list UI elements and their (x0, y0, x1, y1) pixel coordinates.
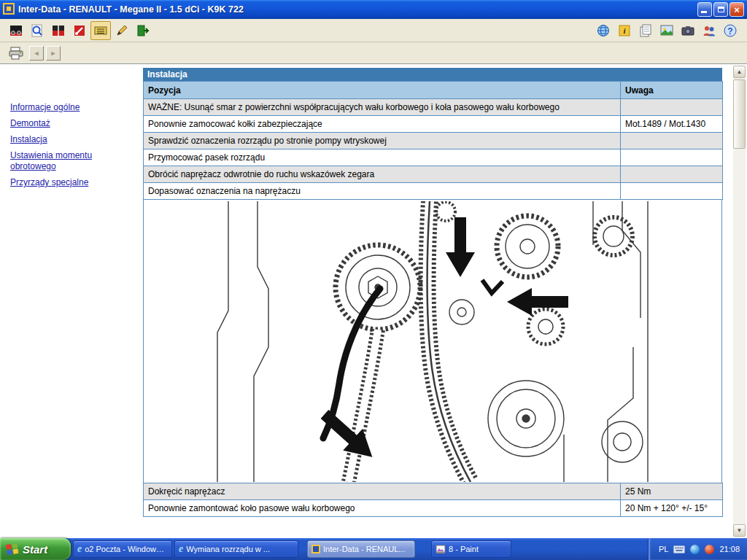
scroll-down-icon: ▼ (737, 527, 743, 534)
scroll-up-icon: ▲ (737, 69, 743, 75)
svg-text:?: ? (727, 26, 732, 36)
sidebar-item-informacje-ogolne[interactable]: Informacje ogólne (10, 102, 127, 113)
close-icon: × (734, 5, 740, 15)
inter-data-icon (311, 545, 320, 553)
start-button[interactable]: Start (0, 538, 71, 560)
images-button[interactable] (657, 21, 677, 40)
down-arrow-marker (446, 217, 475, 277)
repair-times-icon (72, 23, 87, 38)
camera-button[interactable] (678, 21, 698, 40)
sidebar-item-instalacja[interactable]: Instalacja (10, 134, 127, 145)
search-icon (30, 23, 44, 38)
title-bar: Inter-Data - RENAULT - Megane II - 1.5 d… (0, 0, 747, 19)
scroll-up-button[interactable]: ▲ (733, 66, 746, 78)
help-icon: ? (723, 23, 738, 38)
cell-pozycja: WAŻNE: Usunąć smar z powierzchni współpr… (144, 99, 621, 116)
table-row: Ponownie zamocować kołki zabezpieczające… (144, 116, 723, 133)
service-data-button[interactable] (90, 21, 111, 40)
forward-button[interactable]: ► (46, 46, 61, 61)
main-area: Informacje ogólne Demontaż Instalacja Us… (0, 64, 747, 538)
internet-explorer-icon: e (77, 544, 82, 554)
paint-icon (436, 544, 446, 554)
alignment-mark (482, 280, 503, 293)
cell-uwaga (621, 183, 723, 200)
section-header: Instalacja (143, 68, 722, 81)
print-button[interactable] (6, 44, 26, 63)
search-button[interactable] (27, 21, 47, 40)
language-indicator[interactable]: PL (659, 545, 668, 553)
cell-pozycja: Ponownie zamocować kołki zabezpieczające (144, 116, 621, 133)
table-row: Ponownie zamontować koło pasowe wału kor… (144, 500, 723, 517)
taskbar-item-label: o2 Poczta - Windows ... (85, 545, 168, 553)
taskbar-item-label: Wymiana rozrządu w ... (186, 545, 270, 553)
pencil-icon (115, 23, 129, 38)
timing-belt-diagram (143, 200, 722, 483)
cell-uwaga: Mot.1489 / Mot.1430 (621, 116, 723, 133)
taskbar-item-label: Inter-Data - RENAUL... (323, 545, 405, 553)
cell-pozycja: Dopasować oznaczenia na naprężaczu (144, 183, 621, 200)
table-row: Sprawdzić oznaczenia rozrządu po stronie… (144, 133, 723, 149)
sidebar-item-demontaz[interactable]: Demontaż (10, 118, 127, 129)
table-row: Przymocować pasek rozrządu (144, 149, 723, 166)
column-header-uwaga: Uwaga (621, 82, 723, 99)
taskbar-item-paint[interactable]: 8 - Paint (431, 540, 511, 558)
cell-pozycja: Obrócić naprężacz odwrotnie do ruchu wsk… (144, 166, 621, 183)
exit-button[interactable] (133, 21, 153, 40)
navigation-toolbar: ◄ ► (0, 43, 747, 64)
cell-uwaga: 20 Nm + 120° +/- 15° (621, 500, 723, 517)
app-icon (3, 3, 15, 17)
vertical-scrollbar[interactable]: ▲ ▼ (733, 66, 746, 537)
image-icon (659, 23, 674, 38)
back-button[interactable]: ◄ (29, 46, 44, 61)
exit-icon (136, 23, 150, 38)
cell-uwaga (621, 133, 723, 149)
contacts-button[interactable] (699, 21, 719, 40)
cell-uwaga: 25 Nm (621, 483, 723, 500)
content-panel: Instalacja Pozycja Uwaga WAŻNE: Usunąć s… (143, 68, 722, 517)
minimize-button[interactable] (697, 2, 712, 17)
taskbar-item-inter-data[interactable]: Inter-Data - RENAUL... (307, 540, 415, 558)
vehicle-data-icon (9, 23, 23, 38)
keyboard-icon[interactable] (673, 545, 685, 553)
close-button[interactable]: × (729, 2, 744, 17)
manuals-button[interactable] (48, 21, 69, 40)
cell-uwaga (621, 166, 723, 183)
globe-icon (596, 23, 611, 38)
notes-button[interactable] (112, 21, 132, 40)
cell-pozycja: Przymocować pasek rozrządu (144, 149, 621, 166)
info-icon: i (617, 23, 632, 38)
application-window: Inter-Data - RENAULT - Megane II - 1.5 d… (0, 0, 747, 560)
procedure-table: Pozycja Uwaga WAŻNE: Usunąć smar z powie… (143, 81, 723, 200)
table-header-row: Pozycja Uwaga (144, 82, 723, 99)
windows-logo-icon (6, 543, 19, 555)
scroll-down-button[interactable]: ▼ (733, 524, 746, 537)
documents-button[interactable] (635, 21, 656, 40)
printer-icon (8, 47, 24, 60)
cell-pozycja: Ponownie zamontować koło pasowe wału kor… (144, 500, 621, 517)
window-title: Inter-Data - RENAULT - Megane II - 1.5 d… (18, 4, 696, 15)
start-label: Start (23, 543, 47, 556)
table-row: Obrócić naprężacz odwrotnie do ruchu wsk… (144, 166, 723, 183)
vehicle-data-button[interactable] (6, 21, 26, 40)
tray-update-icon[interactable] (690, 545, 700, 554)
cell-uwaga (621, 149, 723, 166)
maximize-button[interactable] (713, 2, 728, 17)
sidebar-item-przyrzady-specjalne[interactable]: Przyrządy specjalne (10, 177, 127, 188)
main-toolbar: i ? (0, 19, 747, 42)
info-button[interactable]: i (614, 21, 635, 40)
internet-explorer-icon: e (179, 544, 183, 554)
tray-antivirus-icon[interactable] (705, 545, 714, 554)
timing-diagram-image (214, 201, 651, 482)
taskbar-item-o2-poczta[interactable]: e o2 Poczta - Windows ... (73, 540, 172, 558)
scrollbar-thumb[interactable] (733, 79, 746, 149)
manuals-icon (51, 23, 66, 38)
service-data-icon (93, 23, 108, 38)
sidebar-item-ustawienia-momentu[interactable]: Ustawienia momentu obrotowego (10, 150, 127, 172)
taskbar-item-wymiana-rozrzadu[interactable]: e Wymiana rozrządu w ... (174, 540, 298, 558)
clock[interactable]: 21:08 (719, 545, 740, 553)
cell-pozycja: Dokręcić naprężacz (144, 483, 621, 500)
web-button[interactable] (593, 21, 614, 40)
repair-times-button[interactable] (69, 21, 90, 40)
maximize-icon (718, 7, 724, 12)
help-button[interactable]: ? (720, 21, 740, 40)
